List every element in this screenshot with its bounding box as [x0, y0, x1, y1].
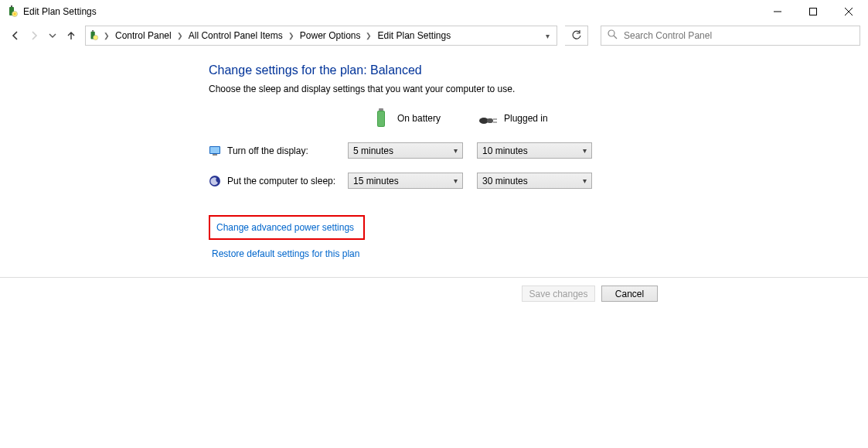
search-box[interactable]	[601, 26, 860, 46]
sleep-battery-dropdown[interactable]: 15 minutes	[348, 173, 463, 189]
forward-button[interactable]	[26, 28, 42, 43]
breadcrumb-all-items[interactable]: All Control Panel Items	[186, 30, 286, 41]
setting-label: Turn off the display:	[209, 145, 348, 157]
refresh-button[interactable]	[565, 26, 588, 46]
up-button[interactable]	[63, 28, 79, 43]
page-heading: Change settings for the plan: Balanced	[209, 63, 868, 77]
recent-locations-button[interactable]	[45, 28, 60, 43]
sleep-plugged-value: 30 minutes	[482, 176, 528, 186]
svg-rect-15	[378, 111, 384, 126]
address-dropdown-button[interactable]: ▾	[538, 26, 557, 45]
close-button[interactable]	[831, 0, 866, 23]
column-headers: On battery Plugged in	[348, 108, 868, 128]
address-bar[interactable]: ❯ Control Panel ❯ All Control Panel Item…	[85, 26, 557, 46]
svg-rect-5	[810, 9, 817, 15]
setting-label: Put the computer to sleep:	[209, 175, 348, 187]
breadcrumb-power-options[interactable]: Power Options	[297, 30, 364, 41]
highlight-box: Change advanced power settings	[209, 215, 365, 240]
display-plugged-value: 10 minutes	[482, 145, 528, 156]
breadcrumb-separator: ❯	[363, 32, 374, 39]
display-battery-value: 5 minutes	[353, 145, 393, 156]
setting-display-label: Turn off the display:	[227, 145, 308, 156]
titlebar: Edit Plan Settings	[0, 0, 868, 23]
window-controls	[760, 0, 866, 23]
breadcrumb-separator: ❯	[175, 32, 186, 39]
svg-point-11	[608, 30, 614, 36]
svg-rect-14	[379, 108, 383, 111]
breadcrumb-control-panel[interactable]: Control Panel	[112, 30, 175, 41]
svg-rect-1	[11, 5, 12, 7]
footer: Save changes Cancel	[0, 277, 868, 309]
page-subtext: Choose the sleep and display settings th…	[209, 84, 868, 94]
svg-rect-21	[210, 147, 220, 153]
column-on-battery-label: On battery	[397, 113, 441, 124]
svg-line-12	[614, 36, 617, 39]
breadcrumb-separator: ❯	[286, 32, 297, 39]
column-plugged-in-label: Plugged in	[504, 113, 548, 124]
column-plugged-in: Plugged in	[478, 108, 608, 128]
plug-icon	[478, 108, 498, 128]
setting-row-display: Turn off the display: 5 minutes 10 minut…	[209, 142, 868, 159]
maximize-button[interactable]	[795, 0, 831, 23]
display-plugged-dropdown[interactable]: 10 minutes	[477, 142, 592, 159]
links-block: Change advanced power settings Restore d…	[209, 215, 868, 262]
svg-point-3	[14, 13, 16, 15]
breadcrumb-separator: ❯	[101, 32, 112, 39]
window-title: Edit Plan Settings	[23, 6, 760, 17]
link-advanced-settings[interactable]: Change advanced power settings	[213, 220, 357, 235]
address-bar-icon	[86, 26, 101, 45]
power-options-icon	[6, 5, 19, 18]
sleep-plugged-dropdown[interactable]: 30 minutes	[477, 173, 592, 189]
back-button[interactable]	[8, 28, 23, 43]
navigation-bar: ❯ Control Panel ❯ All Control Panel Item…	[0, 23, 868, 48]
cancel-button[interactable]: Cancel	[601, 286, 658, 302]
content: Change settings for the plan: Balanced C…	[0, 48, 868, 262]
column-on-battery: On battery	[348, 108, 478, 128]
setting-sleep-label: Put the computer to sleep:	[227, 176, 335, 186]
save-button[interactable]: Save changes	[522, 286, 595, 302]
search-icon	[608, 29, 618, 42]
search-input[interactable]	[624, 30, 853, 41]
breadcrumb-edit-plan[interactable]: Edit Plan Settings	[374, 30, 454, 41]
svg-rect-17	[487, 118, 493, 123]
svg-rect-22	[213, 154, 217, 156]
display-icon	[209, 145, 221, 157]
link-restore-defaults[interactable]: Restore default settings for this plan	[209, 246, 363, 262]
svg-point-10	[94, 36, 98, 40]
minimize-button[interactable]	[760, 0, 795, 23]
battery-icon	[371, 108, 391, 128]
breadcrumb: Control Panel ❯ All Control Panel Items …	[112, 26, 538, 45]
svg-rect-9	[92, 30, 94, 32]
setting-row-sleep: Put the computer to sleep: 15 minutes 30…	[209, 173, 868, 189]
display-battery-dropdown[interactable]: 5 minutes	[348, 142, 463, 159]
sleep-battery-value: 15 minutes	[353, 176, 399, 186]
sleep-icon	[209, 175, 221, 187]
